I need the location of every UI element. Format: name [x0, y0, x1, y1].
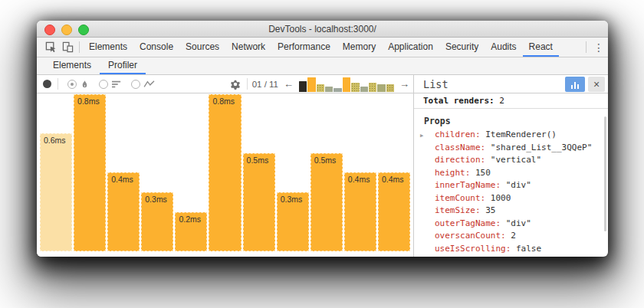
prop-name: useIsScrolling: [435, 244, 511, 254]
devtools-tab-security[interactable]: Security [439, 38, 485, 57]
react-tab-elements[interactable]: Elements [44, 57, 100, 74]
prop-row-innerTagName: innerTagName: "div" [414, 179, 608, 192]
prop-value: 300 [465, 256, 486, 257]
interactions-mode[interactable] [131, 80, 156, 89]
ranked-radio[interactable] [99, 80, 108, 89]
minimap-snapshot-bar[interactable] [325, 87, 333, 92]
commit-duration-label: 0.6ms [44, 136, 66, 145]
devtools-tab-audits[interactable]: Audits [485, 38, 522, 57]
commit-bar[interactable]: 0.4ms [107, 172, 140, 251]
minimap-snapshot-bar[interactable] [317, 84, 324, 92]
devtools-tab-network[interactable]: Network [225, 38, 271, 57]
details-header: List × [414, 75, 608, 93]
commit-duration-label: 0.4ms [348, 175, 370, 184]
prop-row-width: width: 300 [414, 255, 608, 257]
devtools-tab-memory[interactable]: Memory [337, 38, 382, 57]
commit-bar[interactable]: 0.2ms [175, 212, 207, 251]
prop-value: 2 [506, 231, 516, 241]
previous-snapshot-arrow-icon[interactable]: ← [283, 79, 294, 89]
commit-bar[interactable]: 0.4ms [378, 172, 410, 251]
prop-row-overscanCount: overscanCount: 2 [414, 230, 608, 243]
record-button[interactable] [43, 80, 51, 88]
toolbar-divider [58, 78, 58, 90]
devtools-tab-console[interactable]: Console [133, 38, 179, 57]
commit-duration-label: 0.5ms [247, 156, 269, 165]
devtools-tab-react[interactable]: React [523, 38, 559, 57]
prop-row-children[interactable]: ▶children: ItemRenderer() [414, 129, 608, 142]
profiler-toolbar: 01 / 11 ← → [37, 75, 413, 93]
prop-name: height: [435, 168, 470, 178]
commit-duration-chart: 0.6ms0.8ms0.4ms0.3ms0.2ms0.8ms0.5ms0.3ms… [37, 93, 413, 257]
minimap-snapshot-bar[interactable] [351, 83, 359, 92]
minimap-snapshot-bar[interactable] [307, 77, 315, 92]
minimap-snapshot-bar[interactable] [343, 77, 350, 92]
toolbar-divider [247, 78, 248, 90]
prop-value: "shared_List__3QQeP" [485, 143, 592, 152]
prop-name: outerTagName: [435, 218, 501, 228]
interactions-chart-icon [143, 80, 156, 89]
flamegraph-radio[interactable] [67, 80, 77, 89]
prop-row-itemSize: itemSize: 35 [414, 205, 608, 218]
prop-name: overscanCount: [435, 231, 506, 241]
props-header: Props [424, 116, 608, 126]
prop-name: width: [435, 256, 465, 257]
prop-row-outerTagName: outerTagName: "div" [414, 218, 608, 231]
toolbar-divider [79, 41, 80, 53]
component-details-pane: List × Total renders: 2 Props ▶children:… [414, 75, 608, 257]
devtools-tab-bar: ElementsConsoleSourcesNetworkPerformance… [37, 38, 608, 57]
window-title: DevTools - localhost:3000/ [37, 21, 608, 37]
devtools-window: DevTools - localhost:3000/ ElementsConso… [37, 21, 608, 257]
minimap-snapshot-bar[interactable] [299, 81, 307, 92]
devtools-tabs: ElementsConsoleSourcesNetworkPerformance… [83, 38, 559, 57]
props-panel: Props ▶children: ItemRenderer()className… [414, 109, 608, 257]
prop-value: "div" [501, 218, 531, 228]
commit-duration-label: 0.3ms [281, 195, 303, 204]
snapshot-counter: 01 / 11 [252, 80, 278, 89]
render-chart-button[interactable] [565, 77, 585, 92]
more-options-icon[interactable]: ⋮ [590, 38, 608, 57]
commit-bar[interactable]: 0.5ms [310, 153, 343, 251]
prop-value: false [511, 244, 541, 254]
prop-row-height: height: 150 [414, 167, 608, 180]
devtools-tab-elements[interactable]: Elements [83, 38, 133, 57]
commit-duration-label: 0.5ms [314, 156, 337, 165]
flamegraph-mode[interactable] [67, 79, 90, 90]
minimap-snapshot-bar[interactable] [360, 87, 368, 92]
devtools-tab-performance[interactable]: Performance [271, 38, 337, 57]
snapshot-minimap[interactable] [299, 76, 394, 92]
commit-bar[interactable]: 0.3ms [141, 192, 173, 251]
close-details-icon[interactable]: × [588, 77, 605, 92]
commit-duration-label: 0.2ms [179, 215, 201, 224]
settings-gear-icon[interactable] [228, 79, 242, 90]
ranked-mode[interactable] [99, 80, 122, 89]
props-scrollbar[interactable] [604, 116, 606, 231]
minimap-snapshot-bar[interactable] [377, 84, 385, 92]
interactions-radio[interactable] [131, 80, 140, 89]
ranked-chart-icon [111, 80, 122, 89]
minimap-snapshot-bar[interactable] [334, 88, 341, 92]
minimap-snapshot-bar[interactable] [386, 84, 394, 92]
prop-name: className: [435, 143, 485, 152]
react-tab-profiler[interactable]: Profiler [100, 57, 146, 74]
prop-row-useIsScrolling: useIsScrolling: false [414, 243, 608, 256]
minimap-snapshot-bar[interactable] [369, 83, 376, 92]
react-panel-tabs: ElementsProfiler [44, 57, 146, 74]
commit-bar[interactable]: 0.8ms [74, 94, 106, 251]
commit-bar[interactable]: 0.3ms [277, 192, 309, 251]
total-renders-label: Total renders: [423, 96, 495, 106]
prop-value: "vertical" [485, 155, 541, 165]
commit-bar[interactable]: 0.4ms [344, 172, 376, 251]
title-bar: DevTools - localhost:3000/ [37, 21, 608, 38]
expand-triangle-icon[interactable]: ▶ [420, 129, 423, 143]
next-snapshot-arrow-icon[interactable]: → [399, 79, 410, 89]
prop-name: children: [435, 129, 481, 139]
flame-icon [80, 79, 90, 90]
prop-value: 1000 [485, 193, 511, 203]
commit-bar[interactable]: 0.5ms [243, 153, 275, 251]
commit-bar[interactable]: 0.6ms [40, 133, 72, 251]
commit-bar[interactable]: 0.8ms [209, 94, 241, 251]
inspect-element-icon[interactable] [42, 38, 59, 57]
devtools-tab-sources[interactable]: Sources [179, 38, 225, 57]
devtools-tab-application[interactable]: Application [382, 38, 439, 57]
device-toolbar-icon[interactable] [59, 38, 76, 57]
